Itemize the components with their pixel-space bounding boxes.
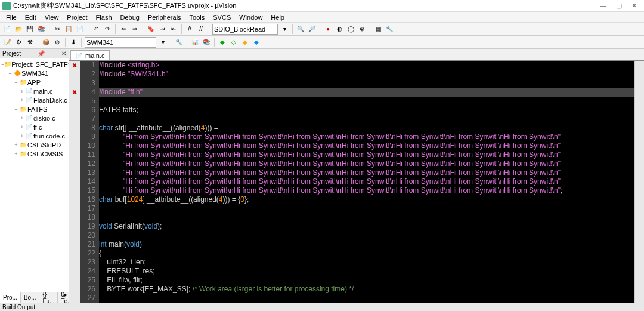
menu-flash[interactable]: Flash [92, 13, 116, 21]
batch-build-button[interactable]: 📦 [41, 38, 51, 47]
tree-toggle[interactable]: + [19, 124, 25, 130]
open-file-button[interactable]: 📂 [14, 24, 23, 34]
panel-close-button[interactable]: ✕ [61, 50, 66, 57]
tree-icon: 📁 [19, 106, 27, 112]
outdent-button[interactable]: ⇤ [169, 24, 178, 34]
tree-item[interactable]: +📁CSL\StdPD [1, 140, 67, 149]
target-combo[interactable] [85, 37, 156, 48]
code-content[interactable]: #include <string.h>#include "SWM341.h"#i… [99, 61, 634, 303]
project-tree[interactable]: −📁Project: SFC_FATFS−🔶SWM341−📁APP+📄main.… [0, 58, 69, 292]
tree-label: FlashDisk.c [33, 97, 67, 104]
code-editor[interactable]: ✖✖ 1234567891011121314151617181920212223… [69, 61, 644, 303]
manage-button[interactable]: 📊 [190, 38, 200, 47]
target-options-button[interactable]: 🔧 [174, 38, 184, 47]
rte-button[interactable]: ◇ [229, 38, 239, 47]
tree-item[interactable]: −📁Project: SFC_FATFS [1, 60, 67, 69]
menu-peripherals[interactable]: Peripherals [144, 13, 185, 21]
menu-window[interactable]: Window [236, 13, 266, 21]
incremental-find-button[interactable]: 🔎 [307, 24, 317, 34]
tree-label: CSL\CMSIS [27, 150, 63, 158]
menu-project[interactable]: Project [63, 13, 91, 21]
tree-icon: 📄 [25, 88, 33, 94]
target-dropdown[interactable]: ▾ [158, 38, 168, 47]
window-title: C:\synwit资料\SWM341_Lib\SFC\SFC_FATFS\SFC… [13, 1, 236, 10]
file-tab-main[interactable]: 📄 main.c [70, 50, 110, 60]
tree-item[interactable]: +📄FlashDisk.c [1, 96, 67, 104]
redo-button[interactable]: ↷ [103, 24, 112, 34]
build-button[interactable]: ⚙ [14, 38, 23, 47]
tree-toggle[interactable]: + [19, 133, 25, 139]
tree-toggle[interactable]: + [19, 115, 25, 121]
tree-label: FATFS [27, 106, 47, 113]
new-file-button[interactable]: 📄 [2, 24, 12, 34]
toolbar-build: 📝 ⚙ ⚒ 📦 ⊘ ⬇ ▾ 🔧 📊 📚 ◆ ◇ ◆ ◆ [0, 36, 644, 49]
menu-svcs[interactable]: SVCS [209, 13, 234, 21]
save-all-button[interactable]: 📚 [36, 24, 46, 34]
tree-item[interactable]: +📄main.c [1, 87, 67, 96]
tree-item[interactable]: +📄diskio.c [1, 113, 67, 122]
config-button[interactable]: 🔧 [385, 24, 394, 34]
disable-bp-button[interactable]: ◯ [346, 24, 355, 34]
minimize-button[interactable]: — [600, 2, 606, 10]
tree-item[interactable]: −📁APP [1, 78, 67, 87]
tree-toggle[interactable]: − [13, 79, 19, 85]
tree-toggle[interactable]: + [13, 142, 19, 148]
toolbar-standard: 📄 📂 💾 📚 ✂ 📋 📄 ↶ ↷ ⇐ ⇒ 🔖 ⇥ ⇤ // // ▾ 🔍 🔎 … [0, 23, 644, 36]
pack-install-button[interactable]: ◆ [240, 38, 250, 47]
tree-icon: 📁 [19, 79, 27, 85]
copy-button[interactable]: 📋 [64, 24, 73, 34]
find-dropdown[interactable]: ▾ [280, 24, 289, 34]
menu-bar: FileEditViewProjectFlashDebugPeripherals… [0, 12, 644, 23]
pack-button[interactable]: ◆ [218, 38, 227, 47]
window-button[interactable]: ▦ [373, 24, 383, 34]
breakpoint-button[interactable]: ◐ [335, 24, 344, 34]
tree-toggle[interactable]: − [7, 70, 13, 76]
pack-check-button[interactable]: ◆ [252, 38, 261, 47]
nav-back-button[interactable]: ⇐ [119, 24, 128, 34]
tree-label: SWM341 [21, 70, 48, 77]
translate-button[interactable]: 📝 [2, 38, 12, 47]
indent-button[interactable]: ⇥ [157, 24, 167, 34]
tree-icon: 📁 [4, 61, 11, 67]
menu-edit[interactable]: Edit [21, 13, 40, 21]
tree-toggle[interactable]: + [13, 151, 19, 157]
close-button[interactable]: ✕ [631, 2, 637, 10]
panel-tab[interactable]: Bo... [21, 292, 40, 303]
panel-tab[interactable]: {} Fu... [39, 292, 58, 303]
save-button[interactable]: 💾 [25, 24, 35, 34]
cut-button[interactable]: ✂ [52, 24, 62, 34]
vertical-scrollbar[interactable] [634, 61, 644, 303]
uncomment-button[interactable]: // [196, 24, 206, 34]
menu-file[interactable]: File [2, 13, 20, 21]
books-button[interactable]: 📚 [202, 38, 211, 47]
tree-item[interactable]: +📄ffunicode.c [1, 131, 67, 140]
find-combo[interactable] [212, 24, 278, 35]
paste-button[interactable]: 📄 [75, 24, 85, 34]
tree-item[interactable]: +📄ff.c [1, 122, 67, 131]
tree-item[interactable]: −📁FATFS [1, 104, 67, 113]
comment-button[interactable]: // [185, 24, 194, 34]
rebuild-button[interactable]: ⚒ [25, 38, 35, 47]
menu-debug[interactable]: Debug [117, 13, 143, 21]
tree-item[interactable]: −🔶SWM341 [1, 69, 67, 78]
pin-icon[interactable]: 📌 [38, 50, 45, 57]
download-button[interactable]: ⬇ [69, 38, 78, 47]
undo-button[interactable]: ↶ [91, 24, 101, 34]
tree-item[interactable]: +📁CSL\CMSIS [1, 149, 67, 158]
menu-view[interactable]: View [41, 13, 63, 21]
menu-tools[interactable]: Tools [186, 13, 209, 21]
panel-tab[interactable]: Pro... [0, 292, 21, 303]
menu-help[interactable]: Help [267, 13, 288, 21]
tree-toggle[interactable]: + [19, 88, 25, 94]
maximize-button[interactable]: ▢ [616, 2, 622, 10]
tree-toggle[interactable]: + [19, 97, 25, 103]
find-in-files-button[interactable]: 🔍 [296, 24, 305, 34]
nav-forward-button[interactable]: ⇒ [130, 24, 140, 34]
build-output-panel[interactable]: Build Output [0, 303, 644, 311]
stop-build-button[interactable]: ⊘ [52, 38, 62, 47]
breakpoint-gutter[interactable]: ✖✖ [69, 61, 80, 303]
debug-button[interactable]: ● [323, 24, 333, 34]
tree-toggle[interactable]: − [13, 106, 19, 112]
bookmark-button[interactable]: 🔖 [146, 24, 156, 34]
kill-bp-button[interactable]: ⊗ [357, 24, 367, 34]
